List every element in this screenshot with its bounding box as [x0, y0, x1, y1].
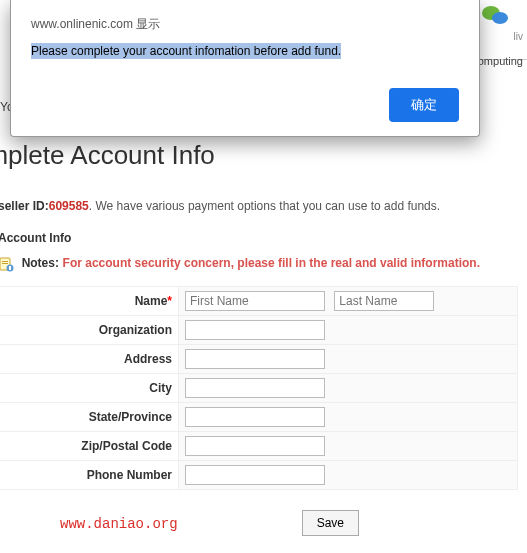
- label-zip: Zip/Postal Code: [0, 431, 179, 460]
- state-field[interactable]: [185, 407, 325, 427]
- label-phone: Phone Number: [0, 460, 179, 489]
- section-title: Account Info: [0, 231, 519, 245]
- first-name-field[interactable]: [185, 291, 325, 311]
- notes-row: Notes: For account security concern, ple…: [0, 255, 519, 272]
- required-star: *: [167, 294, 172, 308]
- row-name: Name*: [0, 286, 518, 315]
- watermark-text: www.daniao.org: [60, 516, 178, 532]
- label-address: Address: [0, 344, 179, 373]
- city-field[interactable]: [185, 378, 325, 398]
- last-name-field[interactable]: [334, 291, 434, 311]
- label-city: City: [0, 373, 179, 402]
- row-zip: Zip/Postal Code: [0, 431, 518, 460]
- alert-dialog: www.onlinenic.com 显示 Please complete you…: [10, 0, 480, 137]
- svg-rect-3: [2, 261, 8, 262]
- note-icon: [0, 256, 14, 272]
- row-organization: Organization: [0, 315, 518, 344]
- reseller-id: 609585: [49, 199, 89, 213]
- phone-field[interactable]: [185, 465, 325, 485]
- svg-rect-4: [2, 263, 8, 264]
- dialog-message: Please complete your account infomation …: [31, 43, 341, 59]
- organization-field[interactable]: [185, 320, 325, 340]
- address-field[interactable]: [185, 349, 325, 369]
- svg-point-1: [492, 12, 508, 24]
- row-address: Address: [0, 344, 518, 373]
- row-state: State/Province: [0, 402, 518, 431]
- zip-field[interactable]: [185, 436, 325, 456]
- page-title: omplete Account Info: [0, 140, 519, 171]
- notes-label: Notes:: [22, 256, 59, 270]
- label-name: Name: [135, 294, 168, 308]
- label-state: State/Province: [0, 402, 179, 431]
- intro-text: seller ID:609585. We have various paymen…: [0, 199, 519, 213]
- main-content: omplete Account Info seller ID:609585. W…: [0, 140, 527, 510]
- svg-rect-6: [9, 266, 11, 270]
- reseller-label: seller ID:: [0, 199, 49, 213]
- dialog-ok-button[interactable]: 确定: [389, 88, 459, 122]
- chat-icon[interactable]: [481, 4, 511, 31]
- row-city: City: [0, 373, 518, 402]
- intro-tail: . We have various payment options that y…: [89, 199, 440, 213]
- notes-text: For account security concern, please fil…: [63, 256, 480, 270]
- account-form: Name* Organization Address City State/Pr…: [0, 286, 518, 490]
- label-organization: Organization: [0, 315, 179, 344]
- save-button[interactable]: Save: [302, 510, 359, 536]
- dialog-source: www.onlinenic.com 显示: [31, 16, 459, 33]
- row-phone: Phone Number: [0, 460, 518, 489]
